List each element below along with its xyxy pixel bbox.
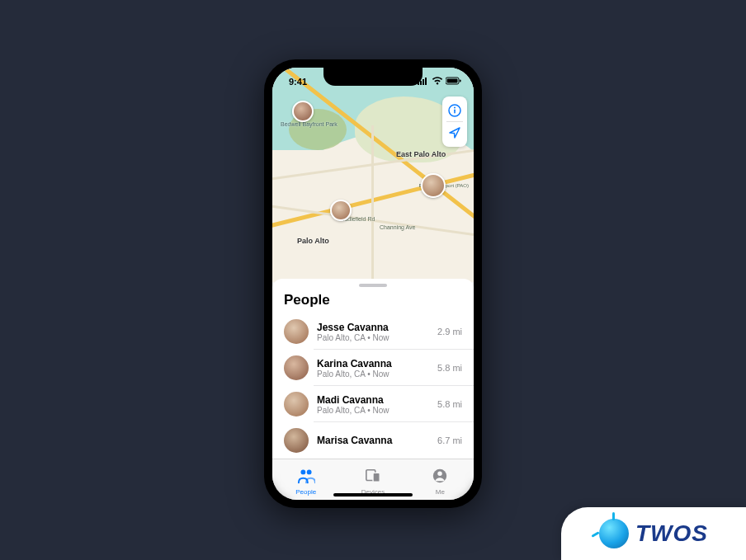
home-indicator[interactable] [333,493,413,496]
map-label-channing: Channing Ave [380,224,415,230]
brand-badge: TWOS [561,507,746,560]
avatar [284,319,309,344]
svg-rect-9 [454,110,456,114]
status-bar: 9:41 [272,68,474,92]
svg-point-15 [438,471,442,475]
svg-rect-3 [425,78,427,85]
map-locate-button[interactable] [442,122,467,144]
svg-rect-1 [420,81,422,85]
devices-icon [364,468,382,487]
svg-point-8 [454,107,456,109]
brand-name: TWOS [635,520,708,547]
phone-screen: 9:41 Bedwell [272,68,474,500]
avatar [284,428,309,453]
map-info-button[interactable] [442,100,467,121]
tab-label: Me [436,488,445,496]
lightbulb-icon [599,519,629,548]
tab-me[interactable]: Me [407,459,474,500]
people-list: Jesse Cavanna Palo Alto, CA • Now 2.9 mi… [272,313,474,459]
sheet-title: People [272,290,474,313]
map-person-pin[interactable] [292,101,314,122]
person-row[interactable]: Marisa Cavanna 6.7 mi [272,422,474,459]
tab-bar: People Devices Me [272,459,474,500]
svg-rect-0 [418,82,419,85]
svg-rect-13 [373,473,380,482]
tab-people[interactable]: People [272,459,339,500]
person-distance: 6.7 mi [437,435,462,445]
person-sub: Palo Alto, CA • Now [317,406,429,415]
battery-icon [446,77,462,87]
svg-rect-6 [460,80,461,82]
wifi-icon [432,77,443,87]
person-sub: Palo Alto, CA • Now [317,369,429,379]
sheet-grabber[interactable] [359,284,387,287]
map-label-bedwell: Bedwell Bayfront Park [281,121,338,127]
person-distance: 5.8 mi [437,399,462,409]
person-row[interactable]: Madi Cavanna Palo Alto, CA • Now 5.8 mi [272,386,474,422]
svg-point-11 [306,469,311,474]
svg-rect-5 [447,79,458,83]
person-name: Madi Cavanna [317,394,429,406]
map-view[interactable]: Bedwell Bayfront Park East Palo Alto Pal… [272,68,474,282]
person-row[interactable]: Karina Cavanna Palo Alto, CA • Now 5.8 m… [272,350,474,386]
avatar [284,355,309,380]
people-icon [297,468,315,487]
map-label-east-palo-alto: East Palo Alto [396,150,446,158]
person-name: Marisa Cavanna [317,435,429,446]
person-name: Karina Cavanna [317,358,429,369]
map-label-palo-alto: Palo Alto [297,237,329,245]
status-indicators [418,77,462,87]
map-person-pin[interactable] [330,200,352,221]
status-time: 9:41 [289,77,307,87]
map-person-pin[interactable] [421,173,446,198]
person-distance: 5.8 mi [437,363,462,373]
person-name: Jesse Cavanna [317,322,429,333]
people-sheet[interactable]: People Jesse Cavanna Palo Alto, CA • Now… [272,279,474,459]
avatar [284,392,309,416]
person-distance: 2.9 mi [437,327,462,336]
svg-point-10 [300,469,305,474]
signal-icon [418,77,429,87]
phone-frame: 9:41 Bedwell [264,59,482,508]
tab-label: People [295,488,316,496]
me-icon [431,468,449,487]
map-controls [442,96,467,147]
svg-rect-2 [423,79,424,85]
person-row[interactable]: Jesse Cavanna Palo Alto, CA • Now 2.9 mi [272,313,474,350]
person-sub: Palo Alto, CA • Now [317,333,429,342]
